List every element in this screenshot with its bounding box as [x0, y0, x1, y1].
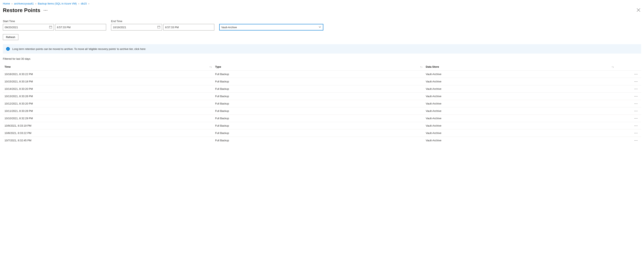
- row-actions-button[interactable]: ···: [616, 115, 641, 122]
- info-banner[interactable]: i Long term retention points can be move…: [3, 44, 641, 54]
- cell-type: Full Backup: [214, 107, 424, 115]
- row-actions-button[interactable]: ···: [616, 107, 641, 115]
- row-actions-button[interactable]: ···: [616, 100, 641, 107]
- refresh-button[interactable]: Refresh: [3, 34, 18, 40]
- cell-type: Full Backup: [214, 122, 424, 129]
- table-row: 10/16/2021, 8:33:22 PMFull BackupVault-A…: [3, 71, 641, 78]
- table-row: 10/12/2021, 8:33:20 PMFull BackupVault-A…: [3, 100, 641, 107]
- chevron-right-icon: ›: [88, 2, 89, 5]
- cell-time: 10/7/2021, 8:32:45 PM: [3, 137, 214, 144]
- table-row: 10/11/2021, 8:33:28 PMFull BackupVault-A…: [3, 107, 641, 115]
- chevron-right-icon: ›: [78, 2, 79, 5]
- cell-data-store: Vault-Archive: [424, 137, 616, 144]
- table-row: 10/15/2021, 8:33:18 PMFull BackupVault-A…: [3, 78, 641, 85]
- row-actions-button[interactable]: ···: [616, 78, 641, 85]
- table-row: 10/14/2021, 8:33:20 PMFull BackupVault-A…: [3, 85, 641, 93]
- column-header-time[interactable]: Time: [4, 65, 10, 68]
- row-actions-button[interactable]: ···: [616, 93, 641, 100]
- end-date-input[interactable]: 10/19/2021: [111, 24, 162, 31]
- cell-time: 10/10/2021, 8:32:29 PM: [3, 115, 214, 122]
- cell-data-store: Vault-Archive: [424, 93, 616, 100]
- cell-time: 10/15/2021, 8:33:18 PM: [3, 78, 214, 85]
- cell-data-store: Vault-Archive: [424, 100, 616, 107]
- cell-type: Full Backup: [214, 71, 424, 78]
- cell-type: Full Backup: [214, 137, 424, 144]
- cell-type: Full Backup: [214, 85, 424, 93]
- svg-rect-6: [158, 26, 160, 28]
- row-actions-button[interactable]: ···: [616, 71, 641, 78]
- column-header-data-store[interactable]: Data Store: [426, 65, 439, 68]
- cell-data-store: Vault-Archive: [424, 107, 616, 115]
- breadcrumb-home[interactable]: Home: [3, 2, 10, 5]
- sort-icon[interactable]: ↑↓: [420, 65, 422, 68]
- chevron-down-icon: [318, 26, 321, 29]
- row-actions-button[interactable]: ···: [616, 85, 641, 93]
- row-actions-button[interactable]: ···: [616, 137, 641, 144]
- cell-type: Full Backup: [214, 100, 424, 107]
- chevron-right-icon: ›: [35, 2, 36, 5]
- sort-icon[interactable]: ↑↓: [210, 65, 212, 68]
- cell-time: 10/11/2021, 8:33:28 PM: [3, 107, 214, 115]
- row-actions-button[interactable]: ···: [616, 129, 641, 137]
- close-button[interactable]: [636, 7, 641, 13]
- cell-type: Full Backup: [214, 129, 424, 137]
- breadcrumb: Home › archiveccyvault1 › Backup Items (…: [3, 2, 641, 5]
- column-header-type[interactable]: Type: [215, 65, 221, 68]
- breadcrumb-db[interactable]: db15: [81, 2, 87, 5]
- cell-time: 10/8/2021, 8:33:22 PM: [3, 129, 214, 137]
- breadcrumb-backup-items[interactable]: Backup Items (SQL in Azure VM): [38, 2, 76, 5]
- filter-status-text: Filtered for last 30 days: [3, 57, 641, 60]
- table-row: 10/10/2021, 8:32:29 PMFull BackupVault-A…: [3, 115, 641, 122]
- start-time-value: 8:57:33 PM: [57, 26, 71, 29]
- table-row: 10/9/2021, 8:33:19 PMFull BackupVault-Ar…: [3, 122, 641, 129]
- cell-data-store: Vault-Archive: [424, 71, 616, 78]
- cell-type: Full Backup: [214, 115, 424, 122]
- chevron-right-icon: ›: [12, 2, 12, 5]
- close-icon: [637, 10, 640, 13]
- start-date-value: 09/20/2021: [5, 26, 18, 29]
- end-time-value: 8:57:33 PM: [165, 26, 179, 29]
- cell-time: 10/12/2021, 8:33:20 PM: [3, 100, 214, 107]
- cell-type: Full Backup: [214, 78, 424, 85]
- calendar-icon: [158, 26, 160, 29]
- start-time-label: Start Time: [3, 20, 106, 23]
- cell-data-store: Vault-Archive: [424, 78, 616, 85]
- sort-icon[interactable]: ↑↓: [612, 65, 614, 68]
- end-time-input[interactable]: 8:57:33 PM: [163, 24, 214, 31]
- cell-type: Full Backup: [214, 93, 424, 100]
- page-title: Restore Points: [3, 7, 40, 14]
- cell-time: 10/16/2021, 8:33:22 PM: [3, 71, 214, 78]
- cell-data-store: Vault-Archive: [424, 122, 616, 129]
- end-time-label: End Time: [111, 20, 214, 23]
- cell-time: 10/14/2021, 8:33:20 PM: [3, 85, 214, 93]
- cell-time: 10/9/2021, 8:33:19 PM: [3, 122, 214, 129]
- end-date-value: 10/19/2021: [113, 26, 126, 29]
- tier-dropdown-value: Vault-Archive: [221, 26, 237, 29]
- svg-rect-2: [50, 26, 52, 28]
- start-time-input[interactable]: 8:57:33 PM: [55, 24, 106, 31]
- tier-dropdown[interactable]: Vault-Archive: [219, 24, 323, 31]
- table-row: 10/13/2021, 8:33:26 PMFull BackupVault-A…: [3, 93, 641, 100]
- table-row: 10/8/2021, 8:33:22 PMFull BackupVault-Ar…: [3, 129, 641, 137]
- tier-label: [219, 20, 323, 23]
- breadcrumb-vault[interactable]: archiveccyvault1: [14, 2, 34, 5]
- cell-data-store: Vault-Archive: [424, 115, 616, 122]
- more-actions-button[interactable]: ···: [44, 9, 48, 12]
- info-banner-text: Long term retention points can be moved …: [12, 47, 146, 51]
- row-actions-button[interactable]: ···: [616, 122, 641, 129]
- info-icon: i: [6, 47, 10, 51]
- start-date-input[interactable]: 09/20/2021: [3, 24, 54, 31]
- table-row: 10/7/2021, 8:32:45 PMFull BackupVault-Ar…: [3, 137, 641, 144]
- cell-data-store: Vault-Archive: [424, 129, 616, 137]
- cell-time: 10/13/2021, 8:33:26 PM: [3, 93, 214, 100]
- restore-points-table: Time ↑↓ Type ↑↓ Data Store ↑↓ 10/16/2021…: [3, 63, 641, 144]
- calendar-icon: [49, 26, 52, 29]
- cell-data-store: Vault-Archive: [424, 85, 616, 93]
